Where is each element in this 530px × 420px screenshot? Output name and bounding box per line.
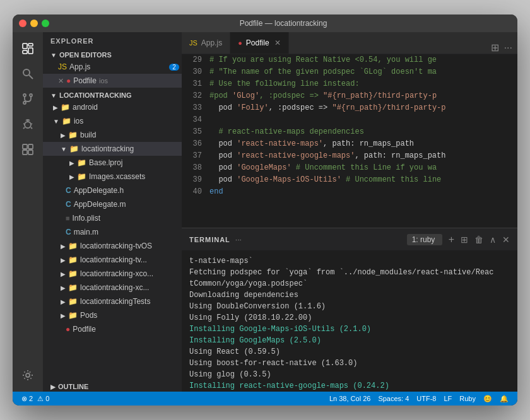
status-position[interactable]: Ln 38, Col 26	[326, 395, 374, 402]
ruby2-icon: ●	[66, 325, 70, 334]
term-line-5: Using DoubleConversion (1.1.6)	[189, 301, 510, 312]
terminal-more-icon[interactable]: ···	[235, 235, 242, 244]
tree-item-tvos[interactable]: ▶ 📁 locationtracking-tvOS	[43, 239, 182, 253]
terminal-chevron-up-icon[interactable]: ∧	[490, 235, 496, 245]
tree-item-android[interactable]: ▶ 📁 android	[43, 100, 182, 114]
tab-close-icon[interactable]: ✕	[274, 38, 281, 47]
tree-item-images[interactable]: ▶ 📁 Images.xcassets	[43, 170, 182, 184]
term-line-10: Using boost-for-react-native (1.63.0)	[189, 358, 510, 369]
tree-item-tests[interactable]: ▶ 📁 locationtrackingTests	[43, 295, 182, 308]
ios-folder-icon: 📁	[62, 117, 71, 125]
tests-label: locationtrackingTests	[80, 297, 150, 306]
status-spaces[interactable]: Spaces: 4	[374, 395, 413, 402]
open-editor-appjs[interactable]: JS App.js 2	[43, 60, 182, 74]
language-label: Ruby	[459, 395, 476, 402]
tab-bar: JS App.js ● Podfile ✕ ⊞ ···	[182, 32, 517, 54]
svg-rect-3	[23, 50, 27, 54]
tree-item-mainm[interactable]: C main.m	[43, 225, 182, 239]
status-smiley[interactable]: 😊	[480, 395, 496, 403]
tab-podfile[interactable]: ● Podfile ✕	[230, 32, 288, 54]
open-editor-podfile-label: Podfile	[73, 76, 97, 85]
debug-activity-icon[interactable]	[16, 113, 39, 136]
settings-activity-icon[interactable]	[16, 364, 39, 387]
appdelegateh-label: AppDelegate.h	[74, 186, 124, 195]
tree-item-tv2[interactable]: ▶ 📁 locationtracking-tv...	[43, 253, 182, 267]
pods-label: Pods	[80, 311, 97, 320]
tree-item-locationtracking[interactable]: ▼ 📁 locationtracking	[43, 142, 182, 156]
xco-folder-icon: 📁	[68, 269, 78, 278]
close-button[interactable]	[19, 20, 26, 27]
status-eol[interactable]: LF	[440, 395, 456, 402]
tvos-chevron: ▶	[61, 243, 66, 250]
c2-icon: C	[66, 200, 71, 209]
sidebar: EXPLORER ▼ OPEN EDITORS JS App.js 2 ✕ ● …	[43, 32, 182, 392]
js-file-icon: JS	[58, 62, 67, 71]
folder-icon: 📁	[61, 103, 70, 112]
tab-appjs-label: App.js	[201, 38, 222, 47]
status-errors[interactable]: ⊗ 2 ⚠ 0	[18, 392, 53, 405]
encoding-label: UTF-8	[416, 395, 436, 402]
infoplist-label: Info.plist	[72, 214, 100, 223]
tree-item-podfile[interactable]: ● Podfile	[43, 322, 182, 336]
plist-icon: ≡	[66, 214, 69, 222]
error-icon: ⊗	[21, 395, 27, 403]
android-chevron: ▶	[53, 104, 58, 111]
terminal-selector[interactable]: 1: ruby 2: bash	[407, 234, 442, 245]
error-count: 2	[29, 395, 33, 402]
tree-item-pods[interactable]: ▶ 📁 Pods	[43, 308, 182, 322]
lt-chevron: ▼	[61, 146, 67, 153]
outline-section[interactable]: ▶ OUTLINE	[43, 382, 182, 392]
tvos-label: locationtracking-tvOS	[80, 242, 152, 250]
maximize-button[interactable]	[42, 20, 49, 27]
minimize-button[interactable]	[30, 20, 38, 27]
search-activity-icon[interactable]	[16, 62, 39, 85]
more-actions-icon[interactable]: ···	[504, 42, 512, 54]
xco-label: locationtracking-xco...	[80, 269, 153, 278]
tvos-folder-icon: 📁	[68, 242, 78, 250]
tree-item-appdelegatem[interactable]: C AppDelegate.m	[43, 197, 182, 211]
terminal-add-icon[interactable]: +	[449, 234, 454, 245]
tree-item-xco[interactable]: ▶ 📁 locationtracking-xco...	[43, 267, 182, 281]
build-chevron: ▶	[61, 132, 66, 139]
svg-rect-0	[23, 44, 27, 49]
terminal-close-icon[interactable]: ✕	[502, 235, 510, 245]
sidebar-header: EXPLORER	[43, 32, 182, 50]
svg-line-14	[31, 127, 32, 129]
status-bell[interactable]: 🔔	[496, 395, 512, 403]
eol-label: LF	[444, 395, 452, 402]
tree-item-xc2[interactable]: ▶ 📁 locationtracking-xc...	[43, 281, 182, 295]
tree-item-build[interactable]: ▶ 📁 build	[43, 128, 182, 142]
source-control-activity-icon[interactable]	[16, 88, 39, 110]
explorer-activity-icon[interactable]	[16, 37, 39, 60]
podfile-path: ios	[99, 77, 108, 85]
ios-chevron: ▼	[53, 118, 59, 125]
svg-point-6	[23, 94, 26, 96]
project-section[interactable]: ▼ LOCATIONTRACKING	[43, 90, 182, 100]
status-encoding[interactable]: UTF-8	[413, 395, 440, 402]
tree-item-ios[interactable]: ▼ 📁 ios	[43, 114, 182, 128]
outline-chevron: ▶	[50, 383, 56, 390]
status-language[interactable]: Ruby	[456, 395, 480, 402]
traffic-lights	[19, 20, 49, 27]
term-line-9: Using React (0.59.5)	[189, 346, 510, 358]
extensions-activity-icon[interactable]	[16, 138, 39, 161]
warning-count: 0	[45, 395, 49, 402]
open-editors-section[interactable]: ▼ OPEN EDITORS	[43, 50, 182, 60]
tree-item-infoplist[interactable]: ≡ Info.plist	[43, 211, 182, 225]
split-editor-icon[interactable]: ⊞	[491, 42, 499, 54]
tree-item-baselproj[interactable]: ▶ 📁 Base.lproj	[43, 156, 182, 170]
build-folder-icon: 📁	[68, 131, 78, 139]
open-editor-podfile[interactable]: ✕ ● Podfile ios	[43, 74, 182, 88]
term-line-4: Downloading dependencies	[189, 289, 510, 301]
terminal-trash-icon[interactable]: 🗑	[474, 235, 483, 245]
terminal-split-icon[interactable]: ⊞	[461, 235, 468, 245]
tab-bar-actions: ⊞ ···	[486, 42, 517, 54]
tab-appjs[interactable]: JS App.js	[182, 32, 230, 54]
term-line-3: tCommon/yoga/yoga.podspec`	[189, 278, 510, 289]
tree-item-appdelegateh[interactable]: C AppDelegate.h	[43, 184, 182, 197]
svg-rect-18	[28, 150, 33, 155]
open-editors-chevron: ▼	[50, 52, 57, 59]
app-window: Podfile — locationtracking	[13, 15, 517, 405]
tv2-chevron: ▶	[61, 257, 66, 264]
terminal-body: t-native-maps` Fetching podspec for `yog…	[182, 250, 517, 392]
